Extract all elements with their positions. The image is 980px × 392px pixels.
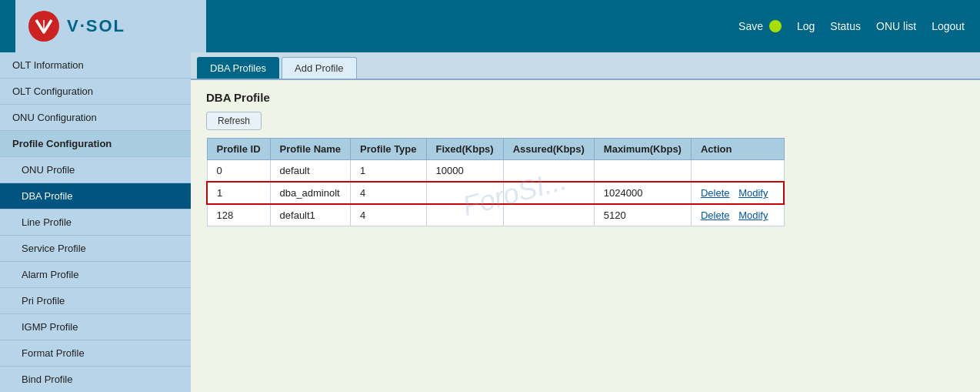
col-profile-type: Profile Type <box>351 139 426 160</box>
col-action: Action <box>691 139 784 160</box>
log-link[interactable]: Log <box>797 20 815 32</box>
sidebar-item-olt-configuration[interactable]: OLT Configuration <box>0 79 191 105</box>
cell-maximum <box>594 160 691 183</box>
sidebar-item-bind-profile[interactable]: Bind Profile <box>0 367 191 392</box>
col-fixed-kbps: Fixed(Kbps) <box>426 139 503 160</box>
cell-profile-name: dba_adminolt <box>270 182 350 204</box>
sidebar-item-onu-profile[interactable]: ONU Profile <box>0 157 191 183</box>
sidebar-item-profile-configuration[interactable]: Profile Configuration <box>0 131 191 157</box>
header-right: Save Log Status ONU list Logout <box>738 20 965 32</box>
sidebar-item-format-profile[interactable]: Format Profile <box>0 340 191 367</box>
dba-profiles-table: Profile ID Profile Name Profile Type Fix… <box>206 138 785 226</box>
layout: OLT Information OLT Configuration ONU Co… <box>0 52 980 392</box>
cell-profile-type: 4 <box>351 204 426 226</box>
col-assured-kbps: Assured(Kbps) <box>503 139 594 160</box>
refresh-button[interactable]: Refresh <box>206 112 262 130</box>
modify-link-1[interactable]: Modify <box>738 187 768 199</box>
sidebar-item-igmp-profile[interactable]: IGMP Profile <box>0 314 191 340</box>
table-row: 0 default 1 10000 <box>207 160 784 183</box>
table-row: 128 default1 4 5120 Delete Modify <box>207 204 784 226</box>
cell-assured <box>503 204 594 226</box>
cell-assured <box>503 182 594 204</box>
cell-maximum: 1024000 <box>594 182 691 204</box>
col-maximum-kbps: Maximum(Kbps) <box>594 139 691 160</box>
sidebar-item-line-profile[interactable]: Line Profile <box>0 209 191 236</box>
logo-area: V·SOL <box>15 0 206 52</box>
delete-link-1[interactable]: Delete <box>701 187 730 199</box>
page-title: DBA Profile <box>206 91 965 104</box>
col-profile-name: Profile Name <box>270 139 350 160</box>
cell-profile-id: 1 <box>207 182 270 204</box>
main-content: DBA Profiles Add Profile DBA Profile Ref… <box>191 52 980 392</box>
cell-fixed: 10000 <box>426 160 503 183</box>
sidebar-item-service-profile[interactable]: Service Profile <box>0 236 191 262</box>
logo-text: V·SOL <box>67 16 125 36</box>
cell-profile-name: default <box>270 160 350 183</box>
cell-maximum: 5120 <box>594 204 691 226</box>
cell-profile-name: default1 <box>270 204 350 226</box>
header: V·SOL Save Log Status ONU list Logout <box>0 0 980 52</box>
save-label: Save <box>738 20 763 32</box>
cell-action <box>691 160 784 183</box>
table-header-row: Profile ID Profile Name Profile Type Fix… <box>207 139 784 160</box>
sidebar-item-onu-configuration[interactable]: ONU Configuration <box>0 105 191 131</box>
onu-list-link[interactable]: ONU list <box>876 20 916 32</box>
cell-profile-type: 1 <box>351 160 426 183</box>
table-row: 1 dba_adminolt 4 1024000 Delete Modify <box>207 182 784 204</box>
sidebar-item-dba-profile[interactable]: DBA Profile <box>0 183 191 209</box>
cell-profile-type: 4 <box>351 182 426 204</box>
cell-fixed <box>426 204 503 226</box>
status-link[interactable]: Status <box>830 20 861 32</box>
sidebar-item-alarm-profile[interactable]: Alarm Profile <box>0 262 191 288</box>
cell-profile-id: 128 <box>207 204 270 226</box>
tab-dba-profiles[interactable]: DBA Profiles <box>197 57 279 79</box>
logo-icon <box>27 9 61 43</box>
tab-bar: DBA Profiles Add Profile <box>191 52 980 80</box>
delete-link-2[interactable]: Delete <box>701 209 730 221</box>
save-area: Save <box>738 20 782 32</box>
cell-profile-id: 0 <box>207 160 270 183</box>
modify-link-2[interactable]: Modify <box>738 209 768 221</box>
sidebar-item-olt-information[interactable]: OLT Information <box>0 52 191 79</box>
logout-link[interactable]: Logout <box>932 20 965 32</box>
cell-fixed <box>426 182 503 204</box>
sidebar-item-pri-profile[interactable]: Pri Profile <box>0 288 191 314</box>
cell-action: Delete Modify <box>691 182 784 204</box>
sidebar: OLT Information OLT Configuration ONU Co… <box>0 52 191 392</box>
cell-assured <box>503 160 594 183</box>
cell-action: Delete Modify <box>691 204 784 226</box>
status-indicator <box>769 20 782 32</box>
content-area: DBA Profile Refresh Profile ID Profile N… <box>191 80 980 237</box>
tab-add-profile[interactable]: Add Profile <box>282 57 357 79</box>
col-profile-id: Profile ID <box>207 139 270 160</box>
